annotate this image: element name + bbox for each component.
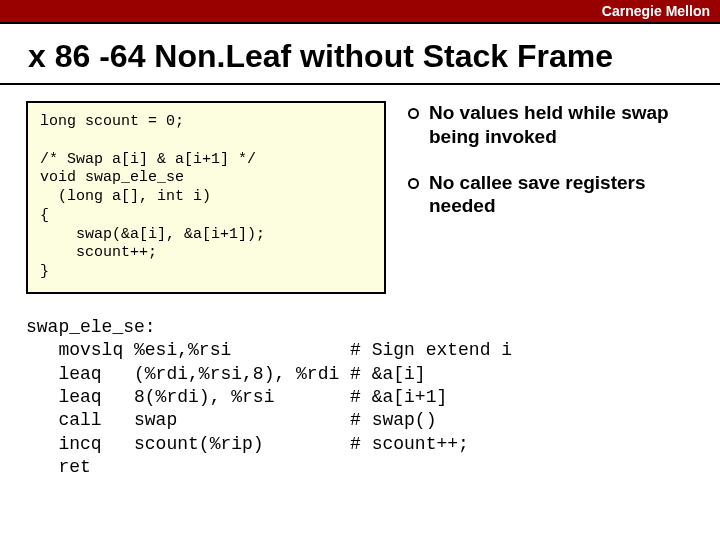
header-bar: Carnegie Mellon [0, 0, 720, 24]
bullet-icon [408, 178, 419, 189]
header-brand: Carnegie Mellon [602, 3, 710, 19]
title-wrap: x 86 -64 Non.Leaf without Stack Frame [0, 24, 720, 85]
page-title: x 86 -64 Non.Leaf without Stack Frame [28, 38, 692, 75]
list-item: No values held while swap being invoked [408, 101, 694, 149]
bullet-icon [408, 108, 419, 119]
bullet-text: No callee save registers needed [429, 171, 694, 219]
body-area: long scount = 0; /* Swap a[i] & a[i+1] *… [0, 85, 720, 479]
bullets-list: No values held while swap being invoked … [408, 101, 694, 218]
bullets-panel: No values held while swap being invoked … [408, 101, 694, 294]
two-col: long scount = 0; /* Swap a[i] & a[i+1] *… [26, 101, 694, 294]
bullet-text: No values held while swap being invoked [429, 101, 694, 149]
assembly-block: swap_ele_se: movslq %esi,%rsi # Sign ext… [26, 316, 694, 480]
list-item: No callee save registers needed [408, 171, 694, 219]
c-code-box: long scount = 0; /* Swap a[i] & a[i+1] *… [26, 101, 386, 294]
